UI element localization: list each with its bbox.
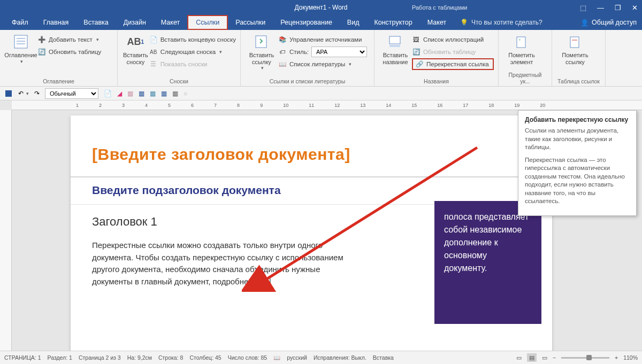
- tab-view[interactable]: Вид: [340, 15, 367, 30]
- group-toc-label: Оглавление: [4, 78, 113, 85]
- group-citations-label: Ссылки и списки литературы: [245, 78, 370, 85]
- heading-1[interactable]: Заголовок 1: [92, 215, 157, 229]
- tell-me-label: Что вы хотите сделать?: [471, 19, 542, 26]
- qat-grid-icon[interactable]: ▦: [150, 90, 156, 97]
- redo-button[interactable]: ↷: [34, 90, 40, 97]
- status-at[interactable]: На: 9,2см: [127, 354, 152, 361]
- manage-sources-icon: 📚: [278, 35, 287, 44]
- qat-calendar-icon[interactable]: ▦: [172, 90, 178, 97]
- minimize-icon[interactable]: —: [597, 4, 604, 12]
- qat-circle-icon[interactable]: ○: [184, 90, 187, 97]
- tab-layout[interactable]: Макет: [154, 15, 187, 30]
- tab-references[interactable]: Ссылки: [187, 15, 228, 30]
- status-page[interactable]: СТРАНИЦА: 1: [4, 354, 41, 361]
- close-icon[interactable]: ✕: [632, 4, 638, 12]
- group-footnotes-label: Сноски: [122, 78, 236, 85]
- status-language[interactable]: русский: [287, 354, 307, 361]
- status-line[interactable]: Строка: 8: [158, 354, 183, 361]
- document-title: Документ1 - Word: [294, 4, 347, 11]
- page: [Введите заголовок документа] Введите по…: [71, 115, 552, 351]
- tab-table-layout[interactable]: Макет: [420, 15, 454, 30]
- sidebar-text-box[interactable]: полоса представляет собой независимое до…: [434, 201, 541, 324]
- ribbon: Оглавление ▾ ➕Добавить текст▾ 🔄Обновить …: [0, 30, 642, 87]
- tab-home[interactable]: Главная: [36, 15, 77, 30]
- qat-table-icon[interactable]: ▦: [139, 90, 144, 97]
- cross-ref-icon: 🔗: [415, 60, 424, 68]
- ribbon-options-icon[interactable]: ⬚: [580, 4, 586, 12]
- view-print-icon[interactable]: ▤: [527, 353, 537, 362]
- chevron-down-icon: ▾: [20, 59, 23, 64]
- tab-design[interactable]: Дизайн: [116, 15, 154, 30]
- status-insert[interactable]: Вставка: [373, 354, 394, 361]
- status-spell-icon[interactable]: 📖: [273, 354, 280, 361]
- qat-btn-1[interactable]: 📄: [104, 90, 112, 97]
- view-read-icon[interactable]: ▭: [516, 354, 522, 361]
- status-bar: СТРАНИЦА: 1 Раздел: 1 Страница 2 из 3 На…: [0, 351, 642, 364]
- horizontal-ruler[interactable]: 1234567891011121314151617181920: [12, 100, 642, 110]
- quick-style-select[interactable]: Обычный: [45, 88, 98, 99]
- insert-footnote-button[interactable]: AB1 Вставить сноску: [122, 32, 149, 65]
- status-track[interactable]: Исправления: Выкл.: [314, 354, 366, 361]
- cross-reference-button[interactable]: 🔗Перекрестная ссылка: [412, 58, 494, 70]
- toc-button[interactable]: Оглавление ▾: [4, 32, 37, 64]
- next-footnote-button[interactable]: ABСледующая сноска▾: [149, 46, 236, 58]
- table-of-figures-button[interactable]: 🖼Список иллюстраций: [412, 34, 494, 45]
- insert-caption-button[interactable]: Вставить название: [379, 32, 412, 65]
- zoom-level[interactable]: 110%: [623, 354, 638, 361]
- insert-citation-button[interactable]: Вставить ссылку ▾: [245, 32, 278, 71]
- mark-citation-button[interactable]: Пометить ссылку: [556, 32, 594, 65]
- qat-insert-icon[interactable]: ▦: [161, 90, 167, 97]
- tab-file[interactable]: Файл: [4, 15, 36, 30]
- add-text-button[interactable]: ➕Добавить текст▾: [37, 34, 113, 45]
- tab-review[interactable]: Рецензирование: [273, 15, 340, 30]
- doc-title-placeholder[interactable]: [Введите заголовок документа]: [92, 145, 350, 164]
- window-controls: ⬚ — ❐ ✕: [580, 4, 638, 12]
- status-section[interactable]: Раздел: 1: [48, 354, 72, 361]
- qat-highlight-icon[interactable]: ▦: [127, 90, 133, 97]
- svg-rect-5: [389, 36, 400, 44]
- group-index: + Пометить элемент Предметный ук...: [499, 30, 552, 86]
- insert-endnote-button[interactable]: 📄Вставить концевую сноску: [149, 34, 236, 45]
- status-words[interactable]: Число слов: 85: [228, 354, 268, 361]
- group-footnotes: AB1 Вставить сноску 📄Вставить концевую с…: [118, 30, 241, 86]
- style-select-wrap: Обычный: [45, 88, 98, 99]
- zoom-in-button[interactable]: +: [615, 354, 618, 361]
- save-button[interactable]: [4, 89, 13, 98]
- tooltip-p1: Ссылки на элементы документа, такие как …: [525, 127, 630, 152]
- tell-me[interactable]: 💡 Что вы хотите сделать?: [460, 19, 542, 26]
- tooltip-title: Добавить перекрестную ссылку: [525, 116, 630, 123]
- mark-entry-button[interactable]: + Пометить элемент: [503, 32, 540, 65]
- mark-entry-icon: +: [513, 33, 531, 51]
- share-button[interactable]: 👤 Общий доступ: [580, 19, 637, 27]
- refresh-icon: 🔄: [37, 48, 46, 56]
- tab-mailings[interactable]: Рассылки: [228, 15, 273, 30]
- qat-eraser-icon[interactable]: ◢: [117, 90, 122, 97]
- style-icon: 🏷: [278, 48, 287, 56]
- zoom-slider[interactable]: [561, 357, 609, 359]
- figures-icon: 🖼: [412, 35, 421, 44]
- add-text-icon: ➕: [37, 35, 46, 44]
- undo-button[interactable]: ↶▾: [18, 90, 29, 97]
- restore-icon[interactable]: ❐: [615, 4, 621, 12]
- body-text[interactable]: Перекрестные ссылки можно создавать толь…: [92, 239, 354, 288]
- citation-style-row: 🏷Стиль: APA: [278, 46, 370, 58]
- vertical-ruler[interactable]: [0, 110, 12, 351]
- bibliography-button[interactable]: 📖Список литературы▾: [278, 58, 370, 70]
- status-page-of[interactable]: Страница 2 из 3: [79, 354, 121, 361]
- document-canvas[interactable]: [Введите заголовок документа] Введите по…: [12, 110, 642, 351]
- status-column[interactable]: Столбец: 45: [189, 354, 221, 361]
- tab-table-design[interactable]: Конструктор: [366, 15, 419, 30]
- zoom-out-button[interactable]: −: [553, 354, 556, 361]
- refresh-icon: 🔄: [412, 48, 421, 56]
- update-table-button[interactable]: 🔄Обновить таблицу: [37, 46, 113, 58]
- manage-sources-button[interactable]: 📚Управление источниками: [278, 34, 370, 45]
- tab-insert[interactable]: Вставка: [76, 15, 116, 30]
- ribbon-tabs: Файл Главная Вставка Дизайн Макет Ссылки…: [0, 15, 642, 30]
- citation-style-select[interactable]: APA: [311, 47, 367, 57]
- doc-subtitle-placeholder[interactable]: Введите подзаголовок документа: [92, 184, 281, 197]
- toc-label: Оглавление: [4, 52, 37, 59]
- svg-rect-0: [14, 35, 27, 48]
- svg-rect-11: [5, 90, 12, 97]
- show-notes-button: ☰Показать сноски: [149, 58, 236, 70]
- view-web-icon[interactable]: ▭: [542, 354, 547, 361]
